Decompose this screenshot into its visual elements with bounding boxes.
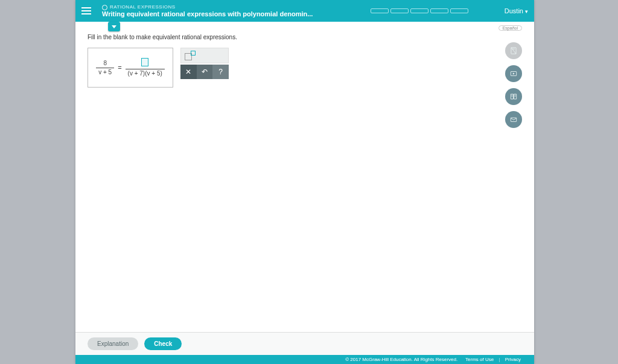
copyright-bar: © 2017 McGraw-Hill Education. All Rights…	[75, 355, 534, 364]
page-title: Writing equivalent rational expressions …	[102, 10, 331, 18]
left-fraction: 8 v + 5	[96, 59, 114, 77]
check-button[interactable]: Check	[144, 337, 182, 350]
video-icon[interactable]	[505, 65, 522, 82]
help-button[interactable]: ?	[212, 65, 229, 79]
mail-icon[interactable]	[505, 111, 522, 128]
privacy-link[interactable]: Privacy	[505, 357, 521, 362]
terms-link[interactable]: Terms of Use	[465, 357, 494, 362]
expression-box: 8 v + 5 = (v + 7)(v + 5)	[88, 48, 173, 88]
right-fraction: (v + 7)(v + 5)	[126, 58, 165, 78]
answer-blank[interactable]	[126, 58, 165, 69]
language-toggle[interactable]: Español	[499, 25, 522, 31]
user-menu[interactable]: Dustin	[505, 7, 528, 14]
dropdown-toggle[interactable]	[108, 22, 120, 31]
svg-marker-4	[513, 72, 515, 75]
equals-sign: =	[118, 64, 121, 71]
clear-button[interactable]: ✕	[180, 65, 197, 79]
workspace: 8 v + 5 = (v + 7)(v + 5) ✕ ↶ ?	[75, 43, 534, 92]
instructions-text: Fill in the blank to make equivalent rat…	[88, 34, 522, 40]
footer-buttons: Explanation Check	[75, 332, 534, 355]
left-denominator: v + 5	[96, 68, 114, 77]
side-toolbar	[505, 42, 522, 128]
explanation-button[interactable]: Explanation	[88, 337, 138, 350]
undo-button[interactable]: ↶	[197, 65, 213, 79]
right-denominator: (v + 7)(v + 5)	[126, 69, 165, 78]
progress-indicator	[371, 8, 468, 13]
exponent-tool[interactable]	[185, 51, 194, 60]
category-label: RATIONAL EXPRESSIONS	[102, 4, 371, 10]
textbook-icon[interactable]	[505, 88, 522, 105]
copyright-text: © 2017 McGraw-Hill Education. All Rights…	[345, 357, 457, 362]
title-block: RATIONAL EXPRESSIONS Writing equivalent …	[102, 4, 371, 17]
calculator-icon[interactable]	[505, 42, 522, 59]
left-numerator: 8	[96, 59, 114, 68]
keypad-panel	[180, 48, 229, 63]
svg-line-2	[511, 48, 516, 54]
app-header: RATIONAL EXPRESSIONS Writing equivalent …	[75, 0, 534, 22]
menu-icon[interactable]	[81, 4, 95, 18]
